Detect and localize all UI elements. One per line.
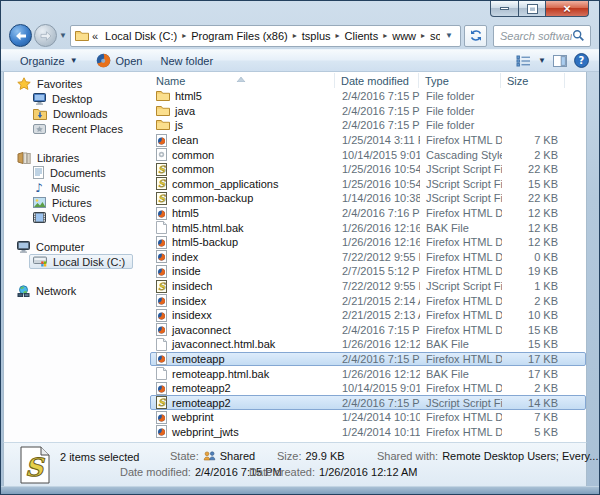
file-size: 17 KB xyxy=(502,368,566,380)
sidebar-item-label: Libraries xyxy=(37,152,79,164)
breadcrumb-item[interactable]: Local Disk (C:) xyxy=(101,30,181,42)
file-size: 19 KB xyxy=(502,265,566,277)
sidebar-item-local-disk-c-[interactable]: Local Disk (C:) xyxy=(29,254,133,269)
organize-dropdown-icon: ▼ xyxy=(70,56,78,65)
back-button[interactable] xyxy=(9,24,32,47)
file-type: BAK File xyxy=(420,368,502,380)
file-size: 12 KB xyxy=(502,207,566,219)
history-chevron-icon[interactable]: ▼ xyxy=(59,31,67,40)
file-type: JScript Script File xyxy=(420,192,502,204)
sidebar-item-recent-places[interactable]: Recent Places xyxy=(29,121,131,136)
help-button[interactable]: ? xyxy=(574,53,589,68)
sidebar-item-favorites[interactable]: Favorites xyxy=(17,76,150,91)
firefox-icon xyxy=(156,309,167,322)
sidebar-item-libraries[interactable]: Libraries xyxy=(17,150,150,165)
search-input[interactable] xyxy=(500,30,572,42)
file-row[interactable]: remoteapp210/14/2015 9:01 AMFirefox HTML… xyxy=(150,381,586,396)
file-name-cell: remoteapp.html.bak xyxy=(151,367,336,380)
sidebar-item-music[interactable]: ♪Music xyxy=(29,180,88,195)
file-name-cell: insidex xyxy=(151,294,336,307)
file-date-modified: 2/21/2015 2:14 AM xyxy=(336,295,420,307)
svg-text:S: S xyxy=(158,281,166,292)
breadcrumb-item[interactable]: www xyxy=(388,30,420,42)
new-folder-button[interactable]: New folder xyxy=(151,50,222,71)
breadcrumb-overflow[interactable]: « xyxy=(89,30,101,42)
file-row[interactable]: Scommon1/25/2016 10:54 AMJScript Script … xyxy=(150,162,586,177)
svg-text:?: ? xyxy=(579,55,585,66)
svg-text:S: S xyxy=(158,164,166,175)
file-size: 22 KB xyxy=(502,192,566,204)
file-row[interactable]: common10/14/2015 9:01 AMCascading Style … xyxy=(150,147,586,162)
preview-pane-button[interactable] xyxy=(553,55,567,67)
file-row[interactable]: html52/4/2016 7:15 PMFile folder xyxy=(150,89,586,104)
documents-icon xyxy=(33,166,44,179)
file-row[interactable]: js2/4/2016 7:15 PMFile folder xyxy=(150,118,586,133)
file-row[interactable]: Scommon_applications1/25/2016 10:54 AMJS… xyxy=(150,177,586,192)
file-date-modified: 2/4/2016 7:15 PM xyxy=(336,90,420,102)
file-row[interactable]: insidex2/21/2015 2:14 AMFirefox HTML Doc… xyxy=(150,293,586,308)
sidebar-item-computer[interactable]: Computer xyxy=(17,239,150,254)
sidebar-item-label: Computer xyxy=(36,241,84,253)
file-row[interactable]: insidexx2/21/2015 2:13 AMFirefox HTML Do… xyxy=(150,308,586,323)
file-type: JScript Script File xyxy=(420,397,502,409)
file-row[interactable]: Sremoteapp22/4/2016 7:15 PMJScript Scrip… xyxy=(150,395,586,410)
sidebar-item-network[interactable]: Network xyxy=(17,283,150,298)
breadcrumb-item[interactable]: Clients xyxy=(341,30,383,42)
file-name: insidexx xyxy=(172,309,212,321)
file-date-modified: 2/4/2016 7:15 PM xyxy=(336,105,420,117)
sidebar-item-desktop[interactable]: Desktop xyxy=(29,91,100,106)
change-view-button[interactable] xyxy=(516,55,531,67)
file-row[interactable]: clean1/25/2014 3:11 PMFirefox HTML Doc..… xyxy=(150,133,586,148)
file-row[interactable]: Sinsidech7/22/2012 9:55 PMJScript Script… xyxy=(150,279,586,294)
back-arrow-icon xyxy=(15,31,27,41)
file-name-cell: Sremoteapp2 xyxy=(151,396,336,409)
file-row[interactable]: html5-backup1/26/2016 12:16 AMFirefox HT… xyxy=(150,235,586,250)
file-name-cell: common xyxy=(151,148,336,161)
file-row[interactable]: java2/4/2016 7:15 PMFile folder xyxy=(150,104,586,119)
file-row[interactable]: webprint_jwts1/24/2014 10:11 PMFirefox H… xyxy=(150,425,586,440)
sidebar-group-libraries: LibrariesDocuments♪MusicPicturesVideos xyxy=(4,150,150,225)
minimize-button[interactable] xyxy=(490,1,519,17)
file-row[interactable]: webprint1/24/2014 10:10 PMFirefox HTML D… xyxy=(150,410,586,425)
address-box[interactable]: «Local Disk (C:)▸Program Files (x86)▸tsp… xyxy=(70,25,461,47)
column-header-date-modified[interactable]: Date modified xyxy=(335,73,419,88)
css-icon xyxy=(156,148,167,161)
open-button[interactable]: Open xyxy=(87,50,152,71)
maximize-button[interactable] xyxy=(519,1,546,17)
network-icon xyxy=(17,285,30,297)
sidebar-item-pictures[interactable]: Pictures xyxy=(29,195,100,210)
date-created-value: 1/26/2016 12:12 AM xyxy=(319,466,417,478)
file-row[interactable]: remoteapp.html.bak1/26/2016 12:12 AMBAK … xyxy=(150,366,586,381)
sidebar-item-downloads[interactable]: Downloads xyxy=(29,106,115,121)
breadcrumb-item[interactable]: software xyxy=(426,30,440,42)
file-date-modified: 2/4/2016 7:16 PM xyxy=(336,207,420,219)
breadcrumb-item[interactable]: Program Files (x86) xyxy=(187,30,292,42)
file-row[interactable]: inside2/7/2015 5:12 PMFirefox HTML Doc..… xyxy=(150,264,586,279)
refresh-button[interactable] xyxy=(464,25,487,47)
file-row[interactable]: javaconnect.html.bak1/26/2016 12:12 AMBA… xyxy=(150,337,586,352)
file-row[interactable]: html5.html.bak1/26/2016 12:16 AMBAK File… xyxy=(150,220,586,235)
date-modified-label: Date modified: xyxy=(120,466,191,478)
view-dropdown-icon[interactable]: ▼ xyxy=(538,56,546,65)
sidebar-item-documents[interactable]: Documents xyxy=(29,165,114,180)
file-row[interactable]: Scommon-backup1/14/2016 10:38 PMJScript … xyxy=(150,191,586,206)
close-button[interactable]: × xyxy=(546,1,589,17)
column-header-size[interactable]: Size xyxy=(501,73,565,88)
file-row[interactable]: remoteapp2/4/2016 7:15 PMFirefox HTML Do… xyxy=(150,352,586,367)
jscript-icon: S xyxy=(156,192,167,205)
file-row[interactable]: html52/4/2016 7:16 PMFirefox HTML Doc...… xyxy=(150,206,586,221)
address-dropdown-icon[interactable]: ▼ xyxy=(440,31,458,40)
search-icon[interactable] xyxy=(572,29,585,42)
breadcrumb-item[interactable]: tsplus xyxy=(298,30,335,42)
forward-button[interactable] xyxy=(34,24,57,47)
firefox-icon xyxy=(156,382,167,395)
file-name: clean xyxy=(172,134,198,146)
file-row[interactable]: javaconnect2/4/2016 7:15 PMFirefox HTML … xyxy=(150,323,586,338)
sidebar-item-videos[interactable]: Videos xyxy=(29,210,93,225)
column-header-type[interactable]: Type xyxy=(419,73,501,88)
file-size: 22 KB xyxy=(502,163,566,175)
sidebar-item-label: Music xyxy=(51,182,80,194)
file-type: Firefox HTML Doc... xyxy=(420,265,502,277)
organize-button[interactable]: Organize ▼ xyxy=(11,50,87,71)
file-row[interactable]: index7/22/2012 9:55 PMFirefox HTML Doc..… xyxy=(150,250,586,265)
